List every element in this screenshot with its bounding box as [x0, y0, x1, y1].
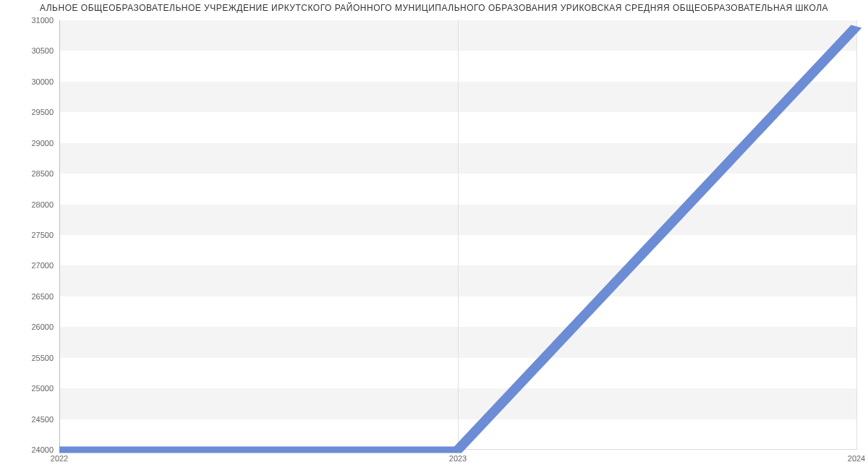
x-tick-label: 2023: [449, 454, 467, 463]
chart-line: [59, 20, 856, 450]
y-tick-label: 29000: [31, 139, 54, 148]
plot-area: 2400024500250002550026000265002700027500…: [59, 20, 856, 450]
x-grid-line: [856, 20, 857, 450]
y-tick-label: 29500: [31, 108, 54, 116]
y-tick-label: 25000: [31, 384, 54, 393]
x-tick-label: 2024: [848, 454, 865, 463]
y-tick-label: 26000: [31, 322, 54, 331]
x-tick-label: 2022: [51, 454, 68, 463]
y-tick-label: 27000: [31, 261, 54, 270]
y-tick-label: 31000: [31, 16, 54, 25]
y-tick-label: 28500: [31, 169, 54, 178]
y-tick-label: 30000: [31, 77, 54, 86]
y-tick-label: 24500: [31, 415, 54, 424]
y-tick-label: 30500: [31, 46, 54, 55]
y-tick-label: 28000: [31, 200, 54, 209]
y-tick-label: 25500: [31, 354, 54, 362]
chart-title: АЛЬНОЕ ОБЩЕОБРАЗОВАТЕЛЬНОЕ УЧРЕЖДЕНИЕ ИР…: [0, 3, 868, 13]
y-tick-label: 24000: [31, 445, 54, 454]
y-tick-label: 26500: [31, 292, 54, 301]
y-tick-label: 27500: [31, 231, 54, 239]
